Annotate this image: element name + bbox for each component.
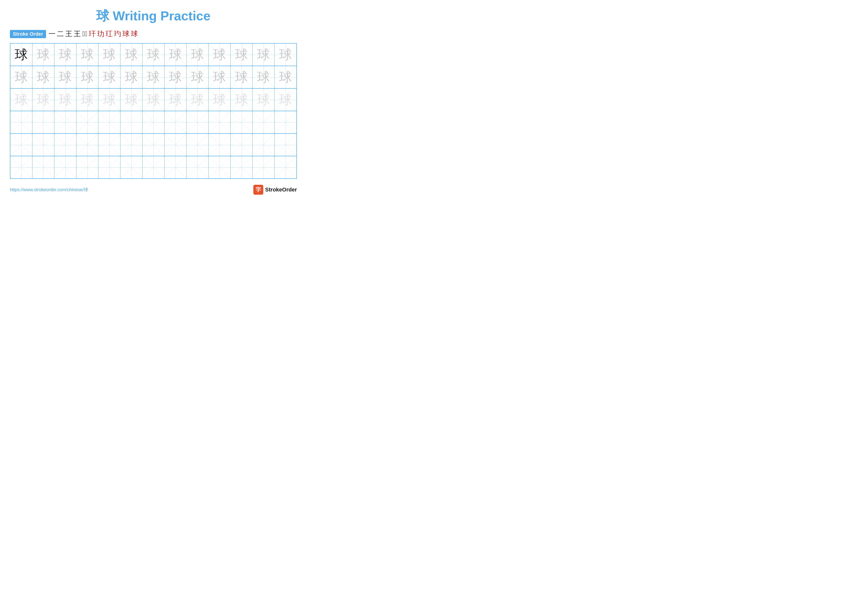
- grid-cell[interactable]: [54, 134, 76, 156]
- grid-cell[interactable]: [209, 134, 231, 156]
- grid-cell[interactable]: 球: [186, 44, 209, 65]
- grid-cell[interactable]: 球: [253, 66, 274, 88]
- grid-cell[interactable]: [98, 156, 121, 178]
- svg-line-88: [121, 111, 142, 133]
- svg-line-94: [186, 111, 208, 133]
- grid-cell[interactable]: [164, 111, 186, 133]
- grid-cell[interactable]: 球: [143, 44, 164, 65]
- grid-cell[interactable]: 球: [231, 44, 253, 65]
- grid-cell[interactable]: 球: [98, 44, 121, 65]
- grid-cell[interactable]: 球: [209, 44, 231, 65]
- grid-cell[interactable]: 球: [121, 44, 143, 65]
- cell-character: 球: [81, 93, 94, 106]
- grid-cell[interactable]: 球: [143, 66, 164, 88]
- grid-cell[interactable]: [76, 156, 98, 178]
- grid-cell[interactable]: [143, 134, 164, 156]
- grid-cell[interactable]: 球: [10, 66, 33, 88]
- grid-cell[interactable]: [143, 111, 164, 133]
- grid-cell[interactable]: [76, 111, 98, 133]
- grid-cell[interactable]: 球: [33, 89, 54, 111]
- grid-cell[interactable]: 球: [143, 89, 164, 111]
- grid-cell[interactable]: [253, 111, 274, 133]
- grid-cell[interactable]: 球: [10, 44, 33, 65]
- svg-line-134: [54, 156, 76, 178]
- svg-line-79: [10, 111, 32, 133]
- grid-cell[interactable]: [164, 134, 186, 156]
- grid-cell[interactable]: 球: [231, 66, 253, 88]
- grid-cell[interactable]: [253, 134, 274, 156]
- grid-cell[interactable]: 球: [209, 89, 231, 111]
- grid-cell[interactable]: [209, 111, 231, 133]
- grid-cell[interactable]: 球: [164, 66, 186, 88]
- grid-cell[interactable]: [274, 134, 296, 156]
- grid-cell[interactable]: [54, 111, 76, 133]
- stroke-step-8: 玒: [105, 29, 113, 39]
- grid-cell[interactable]: [98, 134, 121, 156]
- grid-cell[interactable]: 球: [253, 89, 274, 111]
- grid-cell[interactable]: [54, 156, 76, 178]
- grid-cell[interactable]: 球: [98, 66, 121, 88]
- grid-cell[interactable]: [10, 156, 33, 178]
- stroke-step-3: 王: [65, 29, 72, 39]
- grid-cell[interactable]: 球: [231, 89, 253, 111]
- grid-cell[interactable]: 球: [164, 89, 186, 111]
- grid-cell[interactable]: 球: [209, 66, 231, 88]
- stroke-steps: 一 二 王 王 王̲ 玕 玏 玒 玓 球 球: [48, 29, 138, 39]
- grid-cell[interactable]: [186, 111, 209, 133]
- grid-cell[interactable]: 球: [76, 44, 98, 65]
- svg-line-139: [98, 156, 120, 178]
- cell-character: 球: [169, 93, 182, 106]
- grid-cell[interactable]: 球: [274, 66, 296, 88]
- grid-cell[interactable]: [231, 134, 253, 156]
- grid-cell[interactable]: 球: [186, 89, 209, 111]
- grid-cell[interactable]: 球: [121, 89, 143, 111]
- grid-cell[interactable]: 球: [274, 89, 296, 111]
- grid-row: [10, 156, 296, 178]
- grid-cell[interactable]: 球: [33, 66, 54, 88]
- grid-cell[interactable]: 球: [186, 66, 209, 88]
- grid-cell[interactable]: [186, 156, 209, 178]
- grid-cell[interactable]: [274, 156, 296, 178]
- grid-cell[interactable]: [164, 156, 186, 178]
- grid-cell[interactable]: [274, 111, 296, 133]
- grid-cell[interactable]: 球: [54, 66, 76, 88]
- grid-cell[interactable]: [186, 134, 209, 156]
- svg-line-128: [274, 134, 296, 156]
- grid-cell[interactable]: [76, 134, 98, 156]
- grid-cell[interactable]: [231, 111, 253, 133]
- grid-cell[interactable]: [33, 134, 54, 156]
- svg-line-115: [121, 134, 142, 156]
- cell-character: 球: [279, 48, 292, 61]
- grid-cell[interactable]: 球: [10, 89, 33, 111]
- svg-line-109: [54, 134, 76, 156]
- grid-cell[interactable]: [33, 111, 54, 133]
- svg-line-149: [209, 156, 230, 178]
- grid-cell[interactable]: 球: [54, 89, 76, 111]
- cell-character: 球: [37, 93, 50, 106]
- grid-cell[interactable]: 球: [54, 44, 76, 65]
- grid-cell[interactable]: 球: [121, 66, 143, 88]
- cell-character: 球: [59, 71, 72, 84]
- grid-cell[interactable]: [121, 134, 143, 156]
- cell-character: 球: [257, 71, 270, 84]
- grid-cell[interactable]: 球: [164, 44, 186, 65]
- grid-cell[interactable]: [231, 156, 253, 178]
- grid-cell[interactable]: [121, 111, 143, 133]
- grid-cell[interactable]: [10, 111, 33, 133]
- grid-cell[interactable]: 球: [274, 44, 296, 65]
- grid-cell[interactable]: 球: [98, 89, 121, 111]
- grid-cell[interactable]: 球: [33, 44, 54, 65]
- grid-cell[interactable]: [98, 111, 121, 133]
- grid-cell[interactable]: [10, 134, 33, 156]
- grid-cell[interactable]: 球: [253, 44, 274, 65]
- grid-cell[interactable]: [253, 156, 274, 178]
- grid-cell[interactable]: 球: [76, 66, 98, 88]
- grid-cell[interactable]: [143, 156, 164, 178]
- grid-cell[interactable]: 球: [76, 89, 98, 111]
- cell-character: 球: [37, 71, 50, 84]
- grid-cell[interactable]: [33, 156, 54, 178]
- cell-character: 球: [15, 93, 28, 106]
- grid-cell[interactable]: [121, 156, 143, 178]
- cell-character: 球: [235, 71, 248, 84]
- grid-cell[interactable]: [209, 156, 231, 178]
